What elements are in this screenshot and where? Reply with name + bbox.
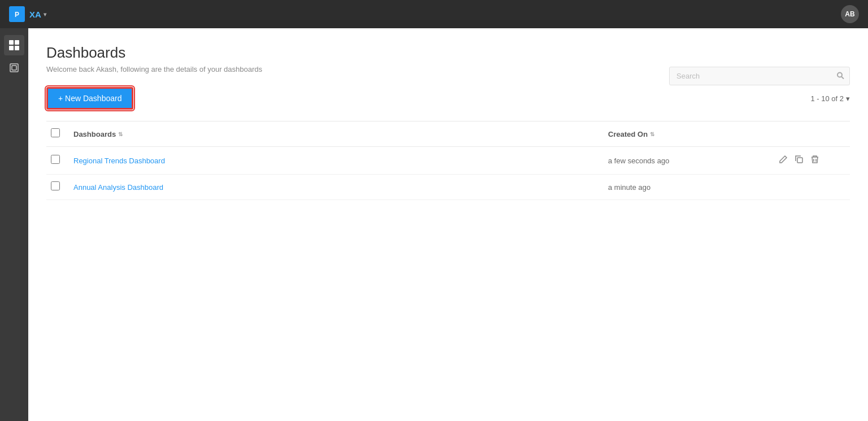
sidebar <box>0 28 28 421</box>
layers-icon <box>8 62 20 73</box>
new-dashboard-button[interactable]: + New Dashboard <box>46 87 133 110</box>
sort-icon-created-on[interactable]: ⇅ <box>650 131 654 137</box>
svg-point-8 <box>837 72 842 77</box>
layout: Dashboards Welcome back Akash, following… <box>0 28 868 421</box>
row-created-on-1: a few seconds ago <box>608 157 778 165</box>
row-checkbox-1[interactable] <box>51 155 60 164</box>
svg-rect-5 <box>15 46 19 50</box>
column-header-dashboards: Dashboards ⇅ <box>73 130 608 138</box>
toolbar: + New Dashboard 1 - 10 of 2 ▾ <box>46 87 850 110</box>
svg-text:P: P <box>15 11 19 19</box>
duplicate-icon-1[interactable] <box>793 154 805 167</box>
avatar[interactable]: AB <box>841 5 859 23</box>
delete-icon-1[interactable] <box>809 154 821 167</box>
table-header: Dashboards ⇅ Created On ⇅ <box>46 121 850 147</box>
svg-rect-7 <box>12 66 16 70</box>
app-logo-icon: P <box>9 6 25 22</box>
row-name-1[interactable]: Regional Trends Dashboard <box>73 155 608 166</box>
svg-line-9 <box>841 76 844 79</box>
row-actions-1 <box>778 154 845 167</box>
sort-icon-dashboards[interactable]: ⇅ <box>118 131 123 137</box>
select-all-checkbox-cell[interactable] <box>51 128 73 140</box>
app-abbreviation: XA <box>29 10 41 19</box>
svg-rect-4 <box>9 46 14 50</box>
table-row[interactable]: Regional Trends Dashboard a few seconds … <box>46 147 850 175</box>
pagination-arrow[interactable]: ▾ <box>846 94 850 103</box>
search-container <box>669 67 850 85</box>
row-checkbox-cell-1[interactable] <box>51 155 73 166</box>
dashboard-link-2[interactable]: Annual Analysis Dashboard <box>73 183 163 192</box>
select-all-checkbox[interactable] <box>51 128 60 137</box>
page-title: Dashboards <box>46 44 850 62</box>
pagination: 1 - 10 of 2 ▾ <box>810 94 850 103</box>
svg-rect-3 <box>15 40 19 45</box>
search-icon <box>836 71 844 81</box>
search-input[interactable] <box>669 67 850 85</box>
edit-icon-1[interactable] <box>778 154 789 167</box>
svg-rect-6 <box>10 64 18 72</box>
grid-icon <box>8 40 20 51</box>
svg-rect-10 <box>797 158 802 163</box>
col-label-created-on: Created On <box>608 130 648 138</box>
app-name[interactable]: XA ▾ <box>29 10 46 19</box>
svg-rect-2 <box>9 40 14 45</box>
column-header-created-on: Created On ⇅ <box>608 130 778 138</box>
row-checkbox-2[interactable] <box>51 181 60 190</box>
sidebar-icon-layers[interactable] <box>4 58 24 78</box>
dashboard-link-1[interactable]: Regional Trends Dashboard <box>73 157 165 165</box>
main-content: Dashboards Welcome back Akash, following… <box>28 28 868 421</box>
topbar: P XA ▾ AB <box>0 0 868 28</box>
dashboard-table: Dashboards ⇅ Created On ⇅ Regional Trend… <box>46 121 850 200</box>
app-dropdown-arrow[interactable]: ▾ <box>44 11 46 18</box>
row-created-on-2: a minute ago <box>608 183 778 192</box>
row-checkbox-cell-2[interactable] <box>51 181 73 193</box>
col-label-dashboards: Dashboards <box>73 130 116 138</box>
sidebar-icon-grid[interactable] <box>4 35 24 55</box>
topbar-left: P XA ▾ <box>9 6 46 22</box>
row-name-2[interactable]: Annual Analysis Dashboard <box>73 182 608 192</box>
pagination-text: 1 - 10 of 2 <box>810 94 844 103</box>
table-row[interactable]: Annual Analysis Dashboard a minute ago <box>46 175 850 200</box>
